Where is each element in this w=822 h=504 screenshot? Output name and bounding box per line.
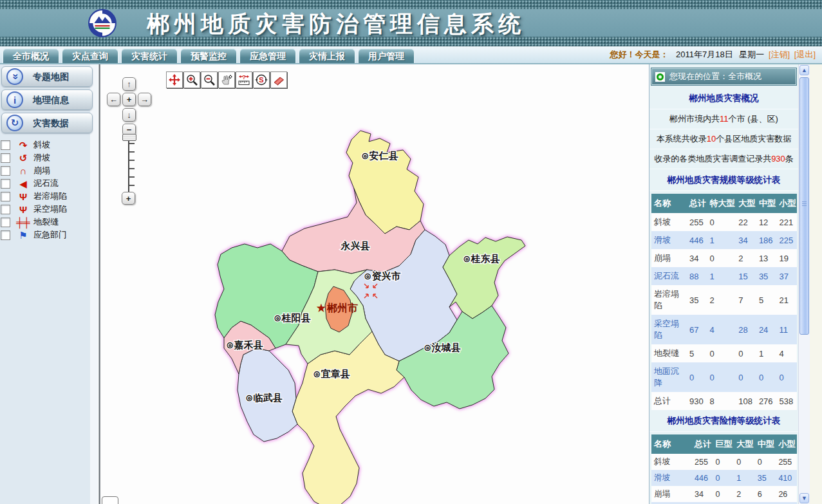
layer-label: 泥石流 xyxy=(33,178,59,189)
col-header: 名称 xyxy=(651,194,687,213)
pan-up-button[interactable]: ↑ xyxy=(122,77,136,91)
layer-checkbox[interactable] xyxy=(1,179,10,189)
info-panel: 您现在的位置：全市概况 郴州地质灾害概况 郴州市境内共11个市 (县、区)本系统… xyxy=(649,64,798,504)
location-dot-icon xyxy=(655,72,665,82)
slope-icon: ↷ xyxy=(15,140,31,150)
table-row: 斜坡255000255 xyxy=(651,454,797,470)
layer-item: ↺滑坡 xyxy=(1,151,98,164)
col-header: 巨型 xyxy=(713,434,734,454)
pan-down-button[interactable]: ↓ xyxy=(122,108,136,122)
danger-table-title: 郴州地质灾害险情等级统计表 xyxy=(649,410,798,432)
double-chevron-down-icon: « xyxy=(6,68,23,85)
location-bar: 您现在的位置：全市概况 xyxy=(651,68,796,85)
eraser-icon[interactable] xyxy=(270,71,287,88)
nav-tab-灾点查询[interactable]: 灾点查询 xyxy=(62,48,118,63)
exit-link[interactable]: [退出] xyxy=(794,50,816,59)
pan-icon[interactable] xyxy=(166,71,183,88)
col-header: 总计 xyxy=(687,194,707,213)
layer-label: 崩塌 xyxy=(33,165,50,176)
col-header: 小型 xyxy=(776,434,797,454)
sidebar-section-geo-info[interactable]: i 地理信息 xyxy=(1,89,93,110)
greeting-label: 您好！今天是： xyxy=(610,50,668,59)
page-background-strip xyxy=(810,64,822,504)
zoom-tick xyxy=(129,160,135,161)
map-area: ⊙安仁县永兴县⊙桂阳县⊙资兴市⊙桂东县⊙汝城县⊙宜章县⊙临武县⊙嘉禾县★郴州市 … xyxy=(100,64,649,504)
pan-right-button[interactable]: → xyxy=(138,93,151,106)
table-row: 地面沉降00000 xyxy=(651,362,797,392)
pan-left-button[interactable]: ← xyxy=(107,93,120,106)
col-header: 大型 xyxy=(734,434,755,454)
table-row: 滑坡4460135410 xyxy=(651,470,797,486)
zoom-in-icon[interactable] xyxy=(183,71,200,88)
layer-label: 斜坡 xyxy=(33,139,50,151)
table-row: 采空塌陷674282411 xyxy=(651,315,797,344)
layer-checkbox[interactable] xyxy=(1,192,10,201)
sidebar-section-thematic-map[interactable]: « 专题地图 xyxy=(1,66,93,87)
scale-table-title: 郴州地质灾害规模等级统计表 xyxy=(649,169,798,191)
table-row: 斜坡25502212221 xyxy=(651,213,797,231)
measure-distance-icon[interactable]: ? xyxy=(236,71,252,88)
nav-tab-预警监控[interactable]: 预警监控 xyxy=(180,48,237,63)
layer-checkbox[interactable] xyxy=(1,218,10,227)
sidebar-section-label: 专题地图 xyxy=(33,67,69,86)
table-row: 泥石流881153537 xyxy=(651,267,797,285)
district-桂东县[interactable] xyxy=(443,237,525,319)
layer-label: 应急部门 xyxy=(33,229,67,241)
nav-tab-灾害统计[interactable]: 灾害统计 xyxy=(121,48,178,63)
sidebar-section-label: 地理信息 xyxy=(33,90,69,109)
zoom-out-icon[interactable] xyxy=(201,71,218,88)
layer-checkbox[interactable] xyxy=(1,205,10,214)
info-line: 本系统共收录10个县区地质灾害数据 xyxy=(649,129,798,149)
panel-scrollbar: ▲ ▼ xyxy=(798,64,810,504)
table-row: 崩塌3402626 xyxy=(651,486,797,502)
sidebar: « 专题地图 i 地理信息 ↻ 灾害数据 ↷斜坡↺滑坡∩崩塌◀泥石流Ψ岩溶塌陷Ψ… xyxy=(0,64,98,504)
col-header: 中型 xyxy=(756,194,777,213)
layer-label: 采空塌陷 xyxy=(33,203,67,215)
nav-tab-全市概况[interactable]: 全市概况 xyxy=(3,48,59,63)
nav-tab-用户管理[interactable]: 用户管理 xyxy=(358,48,415,63)
app-window: 郴州地质灾害防治管理信息系统 全市概况灾点查询灾害统计预警监控应急管理灾情上报用… xyxy=(0,0,822,504)
info-lines: 郴州市境内共11个市 (县、区)本系统共收录10个县区地质灾害数据收录的各类地质… xyxy=(649,109,798,169)
layer-item: ◀泥石流 xyxy=(1,177,98,190)
map-svg: ⊙安仁县永兴县⊙桂阳县⊙资兴市⊙桂东县⊙汝城县⊙宜章县⊙临武县⊙嘉禾县★郴州市 xyxy=(100,64,649,504)
overview-toggle-button[interactable] xyxy=(102,496,118,504)
karst-subsidence-icon: Ψ xyxy=(15,192,31,201)
layer-checkbox[interactable] xyxy=(1,230,10,240)
emergency-dept-icon: ⚑ xyxy=(15,230,31,240)
nav-tabs: 全市概况灾点查询灾害统计预警监控应急管理灾情上报用户管理 xyxy=(3,48,415,63)
layer-checkbox[interactable] xyxy=(1,153,10,163)
layer-label: 滑坡 xyxy=(33,152,50,163)
scale-icon[interactable]: S xyxy=(253,71,270,88)
district-临武县[interactable] xyxy=(238,348,297,442)
scale-table: 名称总计特大型大型中型小型斜坡25502212221滑坡446134186225… xyxy=(651,194,797,410)
collapse-icon: ∩ xyxy=(15,166,31,176)
scroll-down-button[interactable]: ▼ xyxy=(799,493,809,503)
layer-checkbox[interactable] xyxy=(1,140,10,150)
hand-identify-icon[interactable] xyxy=(218,71,235,88)
layer-checkbox[interactable] xyxy=(1,166,10,176)
zoom-slider-handle[interactable] xyxy=(122,134,136,141)
ground-fissure-icon: ╪╪ xyxy=(15,218,31,227)
zoom-in-step-button[interactable]: + xyxy=(122,192,135,205)
header-dot-band-top xyxy=(0,0,822,9)
scroll-up-button[interactable]: ▲ xyxy=(799,65,809,75)
nav-tab-灾情上报[interactable]: 灾情上报 xyxy=(299,48,355,63)
danger-table: 名称总计巨型大型中型小型斜坡255000255滑坡4460135410崩塌340… xyxy=(651,434,797,504)
location-text: 您现在的位置：全市概况 xyxy=(669,71,761,82)
logout-link[interactable]: [注销] xyxy=(769,50,790,59)
sidebar-section-label: 灾害数据 xyxy=(33,113,69,133)
nav-tab-应急管理[interactable]: 应急管理 xyxy=(239,48,296,63)
info-line: 收录的各类地质灾害调查记录共930条 xyxy=(649,149,798,169)
zoom-tick xyxy=(129,185,135,186)
sidebar-section-disaster-data[interactable]: ↻ 灾害数据 xyxy=(1,113,93,133)
debris-flow-icon: ◀ xyxy=(15,179,31,189)
pan-center-button[interactable]: + xyxy=(122,93,136,106)
page-title: 郴州地质灾害防治管理信息系统 xyxy=(147,9,525,39)
layer-item: ∩崩塌 xyxy=(1,164,98,177)
info-line: 郴州市境内共11个市 (县、区) xyxy=(649,109,798,129)
app-header: 郴州地质灾害防治管理信息系统 xyxy=(0,0,822,46)
col-header: 名称 xyxy=(651,434,692,454)
scroll-thumb[interactable] xyxy=(799,77,809,335)
zoom-tick xyxy=(129,151,135,153)
landslide-icon: ↺ xyxy=(15,153,31,163)
